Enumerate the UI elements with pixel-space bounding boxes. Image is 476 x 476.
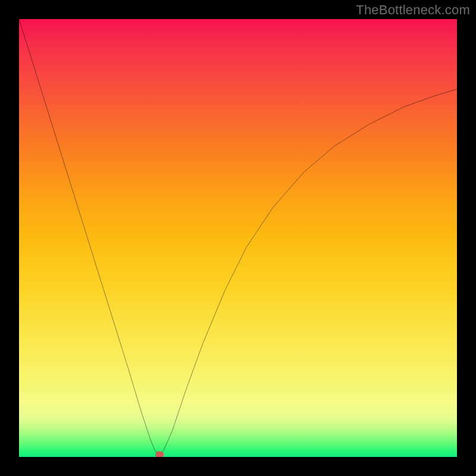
bottleneck-curve bbox=[19, 19, 457, 457]
plot-area bbox=[19, 19, 457, 457]
minimum-marker bbox=[155, 452, 164, 457]
watermark-text: TheBottleneck.com bbox=[356, 2, 470, 18]
chart-frame: TheBottleneck.com bbox=[0, 0, 476, 476]
plot-border bbox=[17, 17, 459, 459]
